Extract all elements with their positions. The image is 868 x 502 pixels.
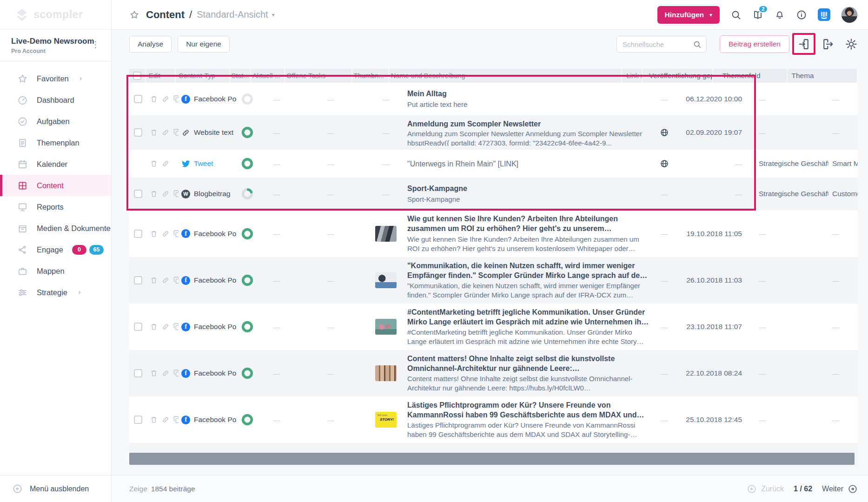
col-thema[interactable]: Thema bbox=[788, 69, 858, 83]
name-description-cell[interactable]: Anmeldung zum Scompler NewsletterAnmeldu… bbox=[405, 115, 654, 150]
content-type-cell[interactable]: fFacebook Post bbox=[179, 257, 236, 304]
delete-icon[interactable] bbox=[150, 276, 158, 284]
thumbnail-image[interactable]: Tell yourSTORY! bbox=[375, 412, 397, 428]
link-icon[interactable] bbox=[161, 128, 170, 137]
sidebar-item-kalender[interactable]: Kalender bbox=[0, 153, 111, 175]
search-icon[interactable] bbox=[730, 9, 742, 20]
delete-icon[interactable] bbox=[150, 159, 158, 168]
delete-icon[interactable] bbox=[150, 190, 158, 198]
table-row[interactable]: WBlogbeitrag———Sport-KampagneSport-Kampa… bbox=[129, 178, 858, 210]
duplicate-icon[interactable] bbox=[173, 276, 179, 284]
row-checkbox[interactable] bbox=[134, 323, 142, 331]
col-aktuell[interactable]: Aktuell ... bbox=[251, 69, 285, 83]
thumbnail-image[interactable] bbox=[375, 226, 397, 242]
duplicate-icon[interactable] bbox=[173, 323, 179, 331]
quick-search-input[interactable] bbox=[623, 40, 693, 48]
content-type-cell[interactable]: Website text bbox=[179, 115, 236, 150]
sidebar-item-favoriten[interactable]: Favoriten› bbox=[0, 68, 111, 89]
link-icon[interactable] bbox=[161, 369, 170, 377]
content-type-cell[interactable]: fFacebook Post bbox=[179, 83, 236, 115]
delete-icon[interactable] bbox=[150, 323, 158, 331]
table-row[interactable]: fFacebook Post——"Kommunikation, die kein… bbox=[129, 257, 858, 304]
academy-icon[interactable]: 2 bbox=[752, 9, 763, 20]
sidebar-item-engage[interactable]: Engage065 bbox=[0, 239, 111, 260]
row-checkbox[interactable] bbox=[134, 190, 142, 198]
name-description-cell[interactable]: #ContentMarketing betrifft jegliche Komm… bbox=[405, 304, 654, 350]
thumbnail-image[interactable] bbox=[375, 365, 397, 381]
row-checkbox[interactable] bbox=[134, 128, 142, 137]
previous-page-button[interactable]: Zurück bbox=[747, 484, 784, 494]
col-publish-date[interactable]: Veröffentlichung gepl... bbox=[643, 69, 713, 83]
import-icon[interactable] bbox=[797, 38, 810, 51]
table-row[interactable]: fFacebook Post——Wie gut kennen Sie Ihre … bbox=[129, 210, 858, 257]
table-row[interactable]: fFacebook Post——#ContentMarketing betrif… bbox=[129, 304, 858, 350]
name-description-cell[interactable]: Mein AlltagPut article text here bbox=[405, 83, 654, 115]
only-own-button[interactable]: Nur eigene bbox=[178, 36, 230, 53]
col-thumbnail[interactable]: Thumbn... bbox=[352, 69, 389, 83]
row-checkbox[interactable] bbox=[134, 416, 142, 424]
account-menu-icon[interactable]: ⋮ bbox=[87, 38, 104, 51]
col-status[interactable]: Stat... bbox=[230, 69, 251, 83]
name-description-cell[interactable]: "Kommunikation, die keinen Nutzen schaff… bbox=[405, 257, 654, 304]
row-checkbox[interactable] bbox=[134, 230, 142, 238]
content-type-cell[interactable]: WBlogbeitrag bbox=[179, 178, 236, 210]
sidebar-item-dashboard[interactable]: Dashboard bbox=[0, 89, 111, 111]
gear-icon[interactable] bbox=[845, 38, 858, 51]
view-selector[interactable]: Standard-Ansicht ▾ bbox=[197, 9, 274, 20]
link-icon[interactable] bbox=[161, 276, 170, 284]
table-row[interactable]: fFacebook Post——Content matters! Ohne In… bbox=[129, 350, 858, 396]
link-icon[interactable] bbox=[161, 95, 170, 103]
sidebar-item-mappen[interactable]: Mappen bbox=[0, 260, 111, 282]
content-type-cell[interactable]: fFacebook Post bbox=[179, 396, 236, 443]
delete-icon[interactable] bbox=[150, 128, 158, 137]
search-icon[interactable] bbox=[693, 40, 702, 49]
table-row[interactable]: fFacebook Post——Tell yourSTORY!Lästiges … bbox=[129, 396, 858, 443]
name-description-cell[interactable]: "Unterwegs in Rhein Main" [LINK] bbox=[405, 150, 654, 178]
name-description-cell[interactable]: Wie gut kennen Sie Ihre Kunden? Arbeiten… bbox=[405, 210, 654, 257]
sidebar-item-aufgaben[interactable]: Aufgaben bbox=[0, 111, 111, 132]
info-icon[interactable] bbox=[796, 9, 807, 20]
table-row[interactable]: Website text———Anmeldung zum Scompler Ne… bbox=[129, 115, 858, 150]
link-icon[interactable] bbox=[161, 159, 170, 168]
table-row[interactable]: fFacebook Post———Mein AlltagPut article … bbox=[129, 83, 858, 115]
duplicate-icon[interactable] bbox=[173, 230, 179, 238]
logo[interactable]: scompler bbox=[0, 0, 111, 30]
globe-icon[interactable] bbox=[660, 128, 669, 137]
col-name-description[interactable]: Name und Beschreibung bbox=[389, 69, 622, 83]
sidebar-item-themenplan[interactable]: Themenplan bbox=[0, 132, 111, 153]
delete-icon[interactable] bbox=[150, 230, 158, 238]
sidebar-item-strategie[interactable]: Strategie› bbox=[0, 282, 111, 303]
add-button[interactable]: Hinzufügen ▾ bbox=[657, 6, 720, 24]
thumbnail-image[interactable] bbox=[375, 272, 397, 288]
sidebar-item-content[interactable]: Content bbox=[0, 175, 111, 196]
duplicate-icon[interactable] bbox=[173, 190, 179, 198]
delete-icon[interactable] bbox=[150, 95, 158, 103]
content-type-cell[interactable]: fFacebook Post bbox=[179, 210, 236, 257]
col-open-tasks[interactable]: Offene Tasks bbox=[285, 69, 352, 83]
create-post-button[interactable]: Beitrag erstellen bbox=[720, 35, 789, 53]
duplicate-icon[interactable] bbox=[173, 416, 179, 424]
select-all-checkbox[interactable] bbox=[133, 72, 141, 80]
bell-icon[interactable] bbox=[774, 9, 785, 20]
link-icon[interactable] bbox=[161, 230, 170, 238]
col-themenfeld[interactable]: Themenfeld bbox=[713, 69, 788, 83]
avatar[interactable] bbox=[841, 7, 858, 23]
table-row[interactable]: Tweet———"Unterwegs in Rhein Main" [LINK]… bbox=[129, 150, 858, 178]
duplicate-icon[interactable] bbox=[173, 369, 179, 377]
duplicate-icon[interactable] bbox=[173, 95, 179, 103]
delete-icon[interactable] bbox=[150, 369, 158, 377]
row-checkbox[interactable] bbox=[134, 369, 142, 377]
sidebar-item-medien-dokumente[interactable]: Medien & Dokumente bbox=[0, 218, 111, 239]
collapse-menu-button[interactable]: Menü ausblenden bbox=[0, 476, 112, 502]
globe-icon[interactable] bbox=[660, 159, 669, 168]
horizontal-scrollbar[interactable] bbox=[129, 453, 855, 465]
col-content-type[interactable]: Content-Typ bbox=[176, 69, 230, 83]
row-checkbox[interactable] bbox=[134, 95, 142, 103]
duplicate-icon[interactable] bbox=[173, 128, 179, 137]
link-icon[interactable] bbox=[161, 323, 170, 331]
thumbnail-image[interactable] bbox=[375, 319, 397, 335]
analyse-button[interactable]: Analyse bbox=[129, 36, 172, 53]
delete-icon[interactable] bbox=[150, 416, 158, 424]
link-icon[interactable] bbox=[161, 416, 170, 424]
sidebar-item-reports[interactable]: Reports bbox=[0, 196, 111, 218]
